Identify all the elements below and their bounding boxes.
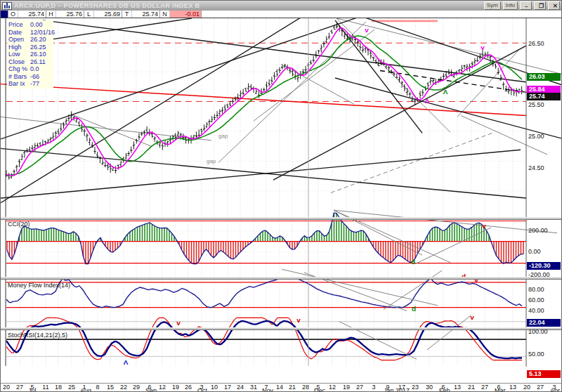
svg-text:d: d (412, 306, 416, 313)
sym-button[interactable]: Sym (484, 1, 501, 10)
x-tick-label: 28 (302, 384, 309, 391)
x-tick-label: 21 (289, 384, 296, 391)
high-label: H (46, 11, 56, 18)
y-axis-label: 100.00 (528, 328, 548, 335)
x-tick-label: 29 (133, 384, 140, 391)
info-label: High (8, 44, 30, 51)
x-tick-label: 13 (454, 384, 461, 391)
info-label: Bar Ix (8, 80, 30, 88)
price-tag: 25.74 (527, 93, 561, 100)
svg-text:gap: gap (207, 158, 216, 164)
x-tick-label: 22 (120, 384, 127, 391)
svg-text:Λ: Λ (425, 98, 430, 105)
low-label: L (84, 11, 94, 18)
svg-text:v: v (482, 222, 486, 230)
open-value: 25.74 (18, 11, 46, 18)
chart-canvas[interactable]: vvΛΛgapgapvddvdvvvΛ (1, 18, 562, 392)
y-axis-label: 60.00 (528, 296, 544, 303)
last-label: T (122, 11, 132, 18)
x-month-label: Apr (550, 387, 560, 392)
x-tick-label: 27 (16, 384, 23, 391)
info-button[interactable]: Info (503, 1, 518, 10)
panel-divider[interactable] (1, 327, 562, 330)
price-tag: 26.03 (527, 73, 561, 81)
info-value: 26.10 (30, 51, 46, 58)
x-month-label: Feb (439, 387, 450, 392)
y-axis-label: 80.00 (528, 286, 544, 293)
x-tick-label: 14 (276, 384, 283, 391)
close-button[interactable]: ✕ (548, 1, 560, 10)
x-month-label: Aug (80, 387, 91, 392)
x-tick-label: 19 (172, 384, 179, 391)
indicator-tag: -120.30 (527, 262, 561, 270)
panel-divider[interactable] (1, 217, 562, 220)
mfi-panel-title: Money Flow Index(14) (8, 282, 70, 289)
info-value: 26.20 (30, 36, 46, 44)
y-axis-label: 40.00 (528, 307, 544, 314)
svg-text:v: v (481, 44, 485, 51)
net-change-value: -0.01 (170, 11, 202, 18)
x-month-label: Jan 2017 (384, 387, 410, 392)
x-tick-label: 13 (509, 384, 516, 391)
info-label: Price (8, 21, 30, 29)
info-label: Open (8, 36, 30, 44)
y-axis-label: 50.00 (528, 351, 544, 358)
data-window-panel: Price0.00 Date12/01/16 Open26.20 High26.… (7, 20, 53, 89)
y-axis-label: 0.00 (528, 248, 541, 255)
info-value: 0.0 (30, 65, 39, 73)
app-icon (2, 2, 12, 10)
net-change-label: N (160, 11, 170, 18)
x-tick-label: 27 (481, 384, 488, 391)
x-month-label: Jul (28, 387, 37, 392)
y-axis-label: -200.00 (528, 271, 550, 278)
x-month-label: Nov (262, 387, 273, 392)
info-value: -77 (30, 80, 39, 88)
svg-text:gap: gap (218, 133, 228, 139)
x-tick-label: 26 (185, 384, 192, 391)
info-value: 26.25 (30, 44, 46, 51)
symbol-color-box (1, 11, 8, 18)
x-tick-label: 12 (159, 384, 166, 391)
svg-text:v: v (176, 320, 181, 327)
chart-region: vvΛΛgapgapvddvdvvvΛ Price0.00 Date12/01/… (1, 18, 562, 392)
svg-text:Λ: Λ (443, 88, 448, 96)
info-label: Close (8, 58, 30, 66)
minimize-button[interactable]: – (520, 1, 532, 10)
info-value: 0.00 (30, 21, 43, 29)
info-label: Low (8, 51, 30, 58)
info-value: 12/01/16 (30, 29, 55, 37)
indicator-tag: 22.04 (527, 319, 561, 327)
x-tick-label: 23 (412, 384, 419, 391)
x-tick-label: 8 (96, 384, 99, 391)
y-axis-label: 26.50 (528, 40, 544, 47)
x-tick-label: 30 (426, 384, 433, 391)
info-label: # Bars (8, 73, 30, 81)
info-value: -66 (30, 73, 39, 81)
x-tick-label: 3 (372, 384, 375, 391)
window-title: ARCX:UUP,D – POWERSHARES DB US DOLLAR IN… (14, 2, 200, 9)
x-month-label: Dec (314, 387, 325, 392)
stochrsi-panel-title: StochRSI(14,21(2),5) (8, 332, 67, 339)
svg-text:v: v (296, 316, 301, 324)
x-tick-label: 25 (68, 384, 75, 391)
x-month-label: Oct (197, 387, 207, 392)
y-axis-label: 24.50 (528, 164, 544, 171)
svg-text:v: v (365, 26, 369, 34)
maximize-button[interactable]: ❐ (534, 1, 546, 10)
y-axis-label: 200.00 (528, 227, 548, 234)
info-label: Date (8, 29, 30, 37)
y-axis-label: 25.00 (528, 133, 544, 140)
low-value: 25.69 (94, 11, 122, 18)
high-value: 25.76 (56, 11, 84, 18)
svg-text:v: v (470, 313, 474, 321)
x-tick-label: 21 (468, 384, 475, 391)
x-tick-label: 11 (42, 384, 48, 391)
open-label: O (8, 11, 18, 18)
x-tick-label: 19 (343, 384, 350, 391)
x-tick-label: 18 (55, 384, 62, 391)
svg-text:d: d (411, 258, 415, 266)
indicator-tag: 5.13 (527, 370, 561, 378)
panel-divider[interactable] (1, 277, 562, 280)
chart-window: ARCX:UUP,D – POWERSHARES DB US DOLLAR IN… (0, 0, 562, 392)
x-tick-label: 12 (329, 384, 336, 391)
